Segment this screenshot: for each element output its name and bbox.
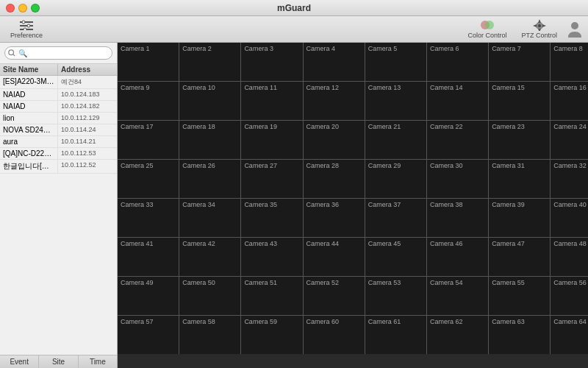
camera-cell[interactable]: Camera 2 <box>179 43 240 81</box>
maximize-button[interactable] <box>31 4 40 13</box>
table-row[interactable]: NAIAD 10.0.124.183 <box>0 89 117 101</box>
traffic-lights <box>6 4 40 13</box>
camera-cell[interactable]: Camera 46 <box>427 238 488 276</box>
minimize-button[interactable] <box>18 4 27 13</box>
camera-cell[interactable]: Camera 32 <box>551 160 588 198</box>
camera-cell[interactable]: Camera 36 <box>304 199 365 237</box>
camera-cell[interactable]: Camera 28 <box>304 160 365 198</box>
camera-label: Camera 30 <box>430 162 463 169</box>
camera-cell[interactable]: Camera 58 <box>179 316 240 354</box>
camera-cell[interactable]: Camera 40 <box>551 199 588 237</box>
camera-label: Camera 17 <box>121 123 154 130</box>
camera-cell[interactable]: Camera 48 <box>551 238 588 276</box>
camera-cell[interactable]: Camera 13 <box>365 82 426 120</box>
camera-label: Camera 12 <box>306 84 340 91</box>
camera-cell[interactable]: Camera 38 <box>427 199 488 237</box>
camera-cell[interactable]: Camera 61 <box>365 316 426 354</box>
camera-cell[interactable]: Camera 43 <box>241 238 302 276</box>
table-row[interactable]: aura 10.0.114.21 <box>0 136 117 148</box>
svg-marker-12 <box>542 24 546 27</box>
site-tab[interactable]: Site <box>39 355 78 368</box>
svg-point-13 <box>538 24 541 27</box>
camera-cell[interactable]: Camera 1 <box>118 43 179 81</box>
site-address-cell: 10.0.112.53 <box>58 148 117 159</box>
camera-cell[interactable]: Camera 50 <box>179 277 240 315</box>
table-row[interactable]: NAIAD 10.0.124.182 <box>0 101 117 113</box>
camera-cell[interactable]: Camera 11 <box>241 82 302 120</box>
camera-cell[interactable]: Camera 33 <box>118 199 179 237</box>
table-row[interactable]: [ES]A220-3MW #4 예건84 <box>0 76 117 89</box>
camera-cell[interactable]: Camera 25 <box>118 160 179 198</box>
camera-label: Camera 49 <box>121 279 154 286</box>
camera-cell[interactable]: Camera 3 <box>241 43 302 81</box>
camera-cell[interactable]: Camera 62 <box>427 316 488 354</box>
preference-button[interactable]: Preference <box>6 18 47 40</box>
camera-cell[interactable]: Camera 41 <box>118 238 179 276</box>
ptz-control-button[interactable]: PTZ Control <box>517 18 562 40</box>
camera-cell[interactable]: Camera 14 <box>427 82 488 120</box>
camera-cell[interactable]: Camera 22 <box>427 121 488 159</box>
camera-cell[interactable]: Camera 45 <box>365 238 426 276</box>
site-name-cell: [QA]NC-D220-... <box>0 148 58 159</box>
camera-label: Camera 42 <box>182 240 215 247</box>
close-button[interactable] <box>6 4 15 13</box>
color-control-button[interactable]: Color Control <box>463 18 511 40</box>
search-input[interactable] <box>4 46 112 60</box>
camera-cell[interactable]: Camera 64 <box>551 316 588 354</box>
camera-label: Camera 59 <box>244 318 277 325</box>
camera-cell[interactable]: Camera 20 <box>304 121 365 159</box>
camera-cell[interactable]: Camera 42 <box>179 238 240 276</box>
table-row[interactable]: NOVA SD2404C 10.0.114.24 <box>0 124 117 136</box>
camera-cell[interactable]: Camera 59 <box>241 316 302 354</box>
camera-cell[interactable]: Camera 12 <box>304 82 365 120</box>
camera-cell[interactable]: Camera 4 <box>304 43 365 81</box>
camera-cell[interactable]: Camera 35 <box>241 199 302 237</box>
camera-cell[interactable]: Camera 5 <box>365 43 426 81</box>
camera-cell[interactable]: Camera 29 <box>365 160 426 198</box>
camera-cell[interactable]: Camera 27 <box>241 160 302 198</box>
camera-cell[interactable]: Camera 21 <box>365 121 426 159</box>
camera-label: Camera 32 <box>553 162 587 169</box>
camera-cell[interactable]: Camera 54 <box>427 277 488 315</box>
camera-cell[interactable]: Camera 24 <box>551 121 588 159</box>
camera-cell[interactable]: Camera 56 <box>551 277 588 315</box>
camera-cell[interactable]: Camera 57 <box>118 316 179 354</box>
camera-cell[interactable]: Camera 53 <box>365 277 426 315</box>
camera-cell[interactable]: Camera 23 <box>489 121 550 159</box>
camera-label: Camera 14 <box>430 84 463 91</box>
event-tab[interactable]: Event <box>0 355 39 368</box>
camera-cell[interactable]: Camera 34 <box>179 199 240 237</box>
camera-cell[interactable]: Camera 39 <box>489 199 550 237</box>
camera-cell[interactable]: Camera 6 <box>427 43 488 81</box>
camera-cell[interactable]: Camera 19 <box>241 121 302 159</box>
camera-cell[interactable]: Camera 17 <box>118 121 179 159</box>
camera-cell[interactable]: Camera 37 <box>365 199 426 237</box>
time-tab[interactable]: Time <box>79 355 117 368</box>
table-row[interactable]: [QA]NC-D220-... 10.0.112.53 <box>0 148 117 160</box>
camera-cell[interactable]: Camera 30 <box>427 160 488 198</box>
camera-cell[interactable]: Camera 52 <box>304 277 365 315</box>
camera-cell[interactable]: Camera 51 <box>241 277 302 315</box>
camera-label: Camera 56 <box>553 279 587 286</box>
camera-cell[interactable]: Camera 26 <box>179 160 240 198</box>
camera-cell[interactable]: Camera 31 <box>489 160 550 198</box>
camera-cell[interactable]: Camera 60 <box>304 316 365 354</box>
camera-cell[interactable]: Camera 10 <box>179 82 240 120</box>
camera-cell[interactable]: Camera 7 <box>489 43 550 81</box>
camera-cell[interactable]: Camera 9 <box>118 82 179 120</box>
table-row[interactable]: 한글입니다[QA]D2... 10.0.112.52 <box>0 160 117 174</box>
svg-point-3 <box>22 21 25 24</box>
camera-cell[interactable]: Camera 44 <box>304 238 365 276</box>
table-row[interactable]: lion 10.0.112.129 <box>0 113 117 124</box>
camera-cell[interactable]: Camera 18 <box>179 121 240 159</box>
camera-label: Camera 6 <box>430 45 459 52</box>
camera-cell[interactable]: Camera 49 <box>118 277 179 315</box>
camera-cell[interactable]: Camera 15 <box>489 82 550 120</box>
camera-cell[interactable]: Camera 47 <box>489 238 550 276</box>
svg-point-5 <box>24 28 26 30</box>
camera-cell[interactable]: Camera 8 <box>551 43 588 81</box>
camera-label: Camera 36 <box>306 201 340 208</box>
camera-cell[interactable]: Camera 16 <box>551 82 588 120</box>
camera-cell[interactable]: Camera 55 <box>489 277 550 315</box>
camera-cell[interactable]: Camera 63 <box>489 316 550 354</box>
